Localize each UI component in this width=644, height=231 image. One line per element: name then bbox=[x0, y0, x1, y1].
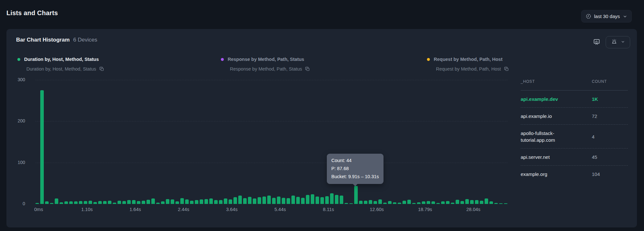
histogram-bar[interactable] bbox=[398, 203, 401, 204]
histogram-bar[interactable] bbox=[108, 201, 111, 204]
histogram-bar[interactable] bbox=[60, 202, 63, 204]
histogram-bar[interactable] bbox=[431, 201, 435, 204]
histogram-bar[interactable] bbox=[485, 198, 488, 204]
histogram-bar[interactable] bbox=[267, 196, 271, 204]
histogram-bar[interactable] bbox=[185, 199, 189, 204]
histogram-bar[interactable] bbox=[340, 196, 343, 204]
histogram-bar[interactable] bbox=[277, 197, 280, 204]
histogram-bar[interactable] bbox=[475, 200, 478, 204]
histogram-bar[interactable] bbox=[166, 199, 169, 204]
histogram-bar[interactable] bbox=[345, 203, 348, 204]
histogram-bar[interactable] bbox=[35, 203, 39, 204]
histogram-bar[interactable] bbox=[316, 197, 319, 204]
histogram-bar[interactable] bbox=[335, 195, 338, 204]
histogram-bar[interactable] bbox=[407, 200, 411, 204]
histogram-bar[interactable] bbox=[349, 203, 353, 204]
histogram-bar[interactable] bbox=[142, 201, 145, 204]
histogram-bar[interactable] bbox=[282, 198, 285, 204]
histogram-bar[interactable] bbox=[359, 201, 363, 204]
histogram-bar[interactable] bbox=[441, 201, 445, 204]
histogram-bar[interactable] bbox=[229, 199, 232, 204]
histogram-bar[interactable] bbox=[258, 197, 261, 204]
histogram-bar[interactable] bbox=[151, 198, 155, 204]
table-row[interactable]: apollo-fullstack-tutorial.app.com 4 bbox=[521, 125, 628, 149]
table-row[interactable]: api.example.io 72 bbox=[521, 108, 628, 125]
histogram-bar[interactable] bbox=[311, 194, 314, 204]
legend-item[interactable]: Response by Method, Path, Status Respons… bbox=[220, 56, 310, 72]
histogram-bar[interactable] bbox=[103, 201, 107, 204]
copy-icon[interactable] bbox=[99, 66, 104, 72]
histogram-bar[interactable] bbox=[248, 197, 251, 204]
histogram-bar[interactable] bbox=[306, 195, 309, 204]
copy-icon[interactable] bbox=[305, 66, 310, 72]
table-row[interactable]: api.example.dev 1K bbox=[521, 91, 628, 108]
histogram-bar[interactable] bbox=[113, 203, 116, 204]
histogram-bar[interactable] bbox=[417, 202, 421, 204]
copy-icon[interactable] bbox=[504, 66, 509, 72]
histogram-bar[interactable] bbox=[253, 198, 256, 204]
histogram-bar[interactable] bbox=[233, 197, 237, 204]
histogram-bar[interactable] bbox=[393, 202, 396, 204]
histogram-bar[interactable] bbox=[200, 199, 203, 204]
histogram-bar[interactable] bbox=[412, 203, 416, 204]
histogram-bar[interactable] bbox=[446, 201, 450, 204]
histogram-bar[interactable] bbox=[330, 193, 334, 204]
histogram-bar[interactable] bbox=[89, 201, 92, 204]
histogram-bar[interactable] bbox=[69, 201, 73, 204]
legend-item[interactable]: Request by Method, Path, Host Request by… bbox=[426, 56, 509, 72]
histogram-bar[interactable] bbox=[122, 201, 126, 204]
histogram-bar[interactable] bbox=[296, 197, 300, 204]
histogram-bar[interactable] bbox=[499, 203, 503, 204]
histogram-bar[interactable] bbox=[460, 201, 464, 204]
histogram-bar[interactable] bbox=[262, 197, 266, 204]
histogram-bar[interactable] bbox=[64, 201, 68, 204]
histogram-bar[interactable] bbox=[504, 203, 507, 204]
histogram-bar[interactable] bbox=[190, 201, 194, 204]
histogram-bar[interactable] bbox=[147, 200, 150, 204]
histogram-bar[interactable] bbox=[465, 199, 469, 204]
histogram-bar[interactable] bbox=[427, 201, 430, 204]
histogram-bar[interactable] bbox=[50, 203, 53, 204]
dashboard-panel-button[interactable] bbox=[592, 38, 601, 47]
histogram-bar[interactable] bbox=[84, 201, 87, 204]
histogram-bar[interactable] bbox=[238, 196, 242, 204]
histogram-bar[interactable] bbox=[93, 202, 97, 204]
histogram-bar[interactable] bbox=[369, 200, 372, 204]
histogram-bar[interactable] bbox=[156, 203, 160, 204]
histogram-bar[interactable] bbox=[480, 201, 483, 204]
histogram-bar-hovered[interactable] bbox=[354, 186, 358, 204]
histogram-bar[interactable] bbox=[74, 201, 78, 204]
histogram-bar[interactable] bbox=[118, 201, 121, 204]
histogram-bar[interactable] bbox=[374, 201, 377, 204]
histogram-bar[interactable] bbox=[402, 201, 406, 204]
histogram-bar[interactable] bbox=[175, 201, 179, 204]
histogram-bar[interactable] bbox=[204, 199, 208, 204]
table-row[interactable]: example.org 104 bbox=[521, 166, 628, 182]
histogram-bar[interactable] bbox=[45, 201, 49, 204]
histogram-bar[interactable] bbox=[219, 200, 223, 204]
histogram-bar[interactable] bbox=[127, 200, 131, 204]
histogram-bar[interactable] bbox=[287, 198, 290, 204]
histogram-bar[interactable] bbox=[40, 90, 44, 204]
histogram-bar[interactable] bbox=[494, 203, 498, 204]
time-range-button[interactable]: last 30 days bbox=[581, 10, 632, 23]
histogram-bar[interactable] bbox=[98, 201, 102, 204]
histogram-bar[interactable] bbox=[224, 198, 227, 204]
histogram-bar[interactable] bbox=[79, 201, 82, 204]
histogram-bar[interactable] bbox=[388, 201, 392, 204]
histogram-bar[interactable] bbox=[272, 198, 276, 204]
histogram-bar[interactable] bbox=[132, 200, 136, 204]
alert-dropdown-button[interactable] bbox=[606, 36, 630, 48]
histogram-bar[interactable] bbox=[171, 199, 174, 204]
histogram-bar[interactable] bbox=[214, 200, 218, 204]
table-row[interactable]: api.server.net 45 bbox=[521, 149, 628, 166]
histogram-bar[interactable] bbox=[195, 200, 198, 204]
histogram-bar[interactable] bbox=[301, 198, 305, 204]
histogram-bar[interactable] bbox=[422, 201, 425, 204]
histogram-bar[interactable] bbox=[436, 203, 440, 204]
histogram-bar[interactable] bbox=[209, 198, 213, 204]
histogram-bar[interactable] bbox=[489, 201, 493, 204]
histogram-bar[interactable] bbox=[325, 196, 329, 204]
legend-item[interactable]: Duration by, Host, Method, Status Durati… bbox=[16, 56, 104, 72]
histogram-bar[interactable] bbox=[243, 198, 247, 204]
